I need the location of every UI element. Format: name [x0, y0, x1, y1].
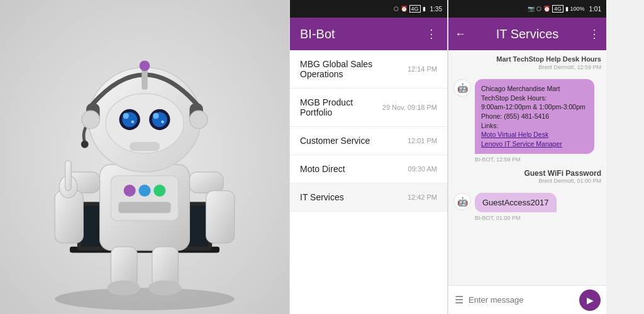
back-button[interactable]: ←	[455, 28, 466, 41]
chat-item-time: 12:14 PM	[408, 65, 437, 73]
message-input-area: ☰ ▶	[448, 285, 606, 314]
bluetooth-icon-right: ⬡	[536, 6, 541, 12]
svg-point-7	[124, 185, 136, 197]
chat-item-name: Customer Service	[300, 136, 402, 146]
itservices-menu-icon[interactable]: ⋮	[589, 27, 600, 41]
bot-message-2: 🤖 GuestAccess2017 BI-BOT, 01:00 PM	[453, 193, 601, 221]
svg-rect-6	[111, 176, 178, 220]
itservices-title: IT Services	[496, 27, 559, 41]
svg-point-32	[153, 113, 159, 119]
status-bar-right: 📷 ⬡ ⏰ 4G ▮ 100% 1:01	[448, 0, 606, 18]
message-group-1: Mart TechStop Help Desk Hours Brent Derm…	[453, 55, 601, 73]
chat-item[interactable]: Moto Direct 09:30 AM	[290, 155, 447, 183]
svg-rect-16	[206, 191, 235, 243]
svg-rect-12	[55, 191, 83, 243]
chat-item-name: MGB Product Portfolio	[300, 97, 377, 117]
svg-point-9	[153, 185, 165, 197]
itservices-header: ← IT Services ⋮	[448, 18, 606, 50]
svg-rect-10	[118, 202, 170, 213]
send-icon: ▶	[587, 295, 594, 305]
svg-point-25	[81, 141, 89, 148]
status-icons-right: 📷 ⬡ ⏰ 4G ▮ 100% 1:01	[528, 5, 601, 13]
svg-point-39	[189, 111, 208, 129]
chat-item[interactable]: MGB Product Portfolio 29 Nov, 09:18 PM	[290, 89, 447, 127]
svg-point-0	[55, 288, 235, 310]
chat-item-time: 09:30 AM	[408, 165, 437, 173]
svg-rect-15	[189, 172, 223, 193]
status-time-left: 1:35	[430, 6, 442, 13]
svg-point-34	[161, 121, 164, 124]
signal-icon-right: 4G	[552, 5, 564, 13]
bot-bubble-1: Chicago Merchandise Mart TechStop Desk H…	[475, 79, 594, 154]
svg-point-20	[148, 280, 181, 295]
bot-avatar-1: 🤖	[453, 79, 471, 97]
link-moto-virtual[interactable]: Moto Virtual Help Desk	[481, 130, 588, 139]
battery-icon: ▮	[423, 6, 426, 12]
chat-item-time: 29 Nov, 09:18 PM	[382, 104, 437, 111]
message-input[interactable]	[469, 295, 574, 305]
link-lenovo-it[interactable]: Lenovo IT Service Manager	[481, 139, 588, 149]
svg-point-38	[82, 111, 100, 129]
chat-list: MBG Global Sales Operations 12:14 PM MGB…	[290, 50, 447, 314]
svg-point-8	[138, 185, 150, 197]
message-group-2: Guest WiFi Password Brent Dermott, 01:00…	[453, 169, 601, 187]
battery-right: ▮ 100%	[565, 6, 585, 12]
bibot-phone: ⬡ ⏰ 4G ▮ 1:35 BI-Bot ⋮ MBG Global Sales …	[289, 0, 448, 314]
bot-avatar-icon-2: 🤖	[457, 197, 468, 207]
svg-point-36	[140, 60, 150, 71]
bot-message-1: 🤖 Chicago Merchandise Mart TechStop Desk…	[453, 79, 601, 163]
svg-point-19	[107, 280, 140, 295]
bluetooth-icon: ⬡	[394, 6, 399, 12]
chat-item[interactable]: Customer Service 12:01 PM	[290, 127, 447, 155]
hamburger-icon[interactable]: ☰	[455, 294, 464, 306]
alarm-icon: ⏰	[401, 6, 408, 12]
signal-icon: 4G	[409, 5, 421, 13]
chat-item-time: 12:42 PM	[408, 193, 437, 201]
svg-rect-37	[130, 142, 160, 151]
status-time-right: 1:01	[589, 6, 601, 13]
svg-point-33	[131, 121, 135, 124]
message-sender-1: Brent Dermott, 12:59 PM	[453, 64, 601, 70]
itservices-phone: 📷 ⬡ ⏰ 4G ▮ 100% 1:01 ← IT Services ⋮ Mar…	[448, 0, 606, 314]
password-bubble: GuestAccess2017	[475, 193, 557, 212]
status-bar-left: ⬡ ⏰ 4G ▮ 1:35	[290, 0, 447, 18]
chat-item-name: Moto Direct	[300, 164, 403, 174]
message-sender-2: Brent Dermott, 01:00 PM	[538, 178, 601, 184]
camera-icon: 📷	[528, 6, 535, 12]
chat-item[interactable]: IT Services 12:42 PM	[290, 183, 447, 212]
message-label-2: Guest WiFi Password	[524, 169, 601, 178]
robot-section	[0, 0, 289, 314]
chat-item-name: IT Services	[300, 192, 402, 202]
chat-area: Mart TechStop Help Desk Hours Brent Derm…	[448, 50, 606, 285]
send-button[interactable]: ▶	[579, 290, 601, 311]
bibot-title: BI-Bot	[300, 27, 335, 41]
bibot-header: BI-Bot ⋮	[290, 18, 447, 50]
bot-sender-1: BI-BOT, 12:59 PM	[475, 156, 594, 163]
svg-point-31	[123, 113, 129, 119]
password-text: GuestAccess2017	[482, 198, 549, 207]
bot-sender-2: BI-BOT, 01:00 PM	[475, 215, 557, 221]
bot-avatar-2: 🤖	[453, 193, 471, 210]
svg-rect-14	[65, 161, 72, 191]
status-icons-left: ⬡ ⏰ 4G ▮ 1:35	[394, 5, 442, 13]
chat-item-name: MBG Global Sales Operations	[300, 59, 402, 79]
bibot-menu-icon[interactable]: ⋮	[426, 27, 437, 41]
chat-item-time: 12:01 PM	[408, 137, 437, 144]
bot-avatar-icon-1: 🤖	[457, 83, 468, 93]
alarm-icon-right: ⏰	[543, 6, 550, 12]
message-label-1: Mart TechStop Help Desk Hours	[453, 55, 601, 63]
bot-bubble-text-1: Chicago Merchandise Mart TechStop Desk H…	[481, 85, 586, 129]
chat-item[interactable]: MBG Global Sales Operations 12:14 PM	[290, 50, 447, 89]
